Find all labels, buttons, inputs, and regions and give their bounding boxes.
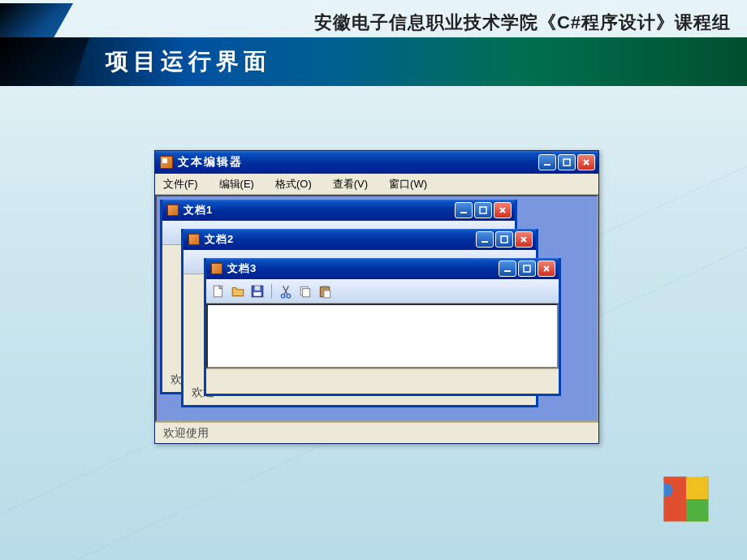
main-window-title: 文本编辑器 [178,155,538,170]
slide-header: 安徽电子信息职业技术学院《C#程序设计》课程组 [0,0,747,39]
status-text: 欢迎使用 [163,426,209,439]
window-controls [538,154,595,170]
close-icon [581,157,591,167]
menu-edit[interactable]: 编辑(E) [216,175,257,193]
svg-rect-0 [544,164,551,166]
doc1-title: 文档1 [184,203,455,218]
corner-accent [0,3,73,42]
svg-rect-1 [563,159,570,166]
main-window: 文本编辑器 文件(F) 编辑(E) 格式(O) 查看(V) 窗口(W) 文档1 [154,150,599,444]
doc3-statusbar [206,368,559,386]
svg-rect-7 [524,265,530,272]
doc1-close-button[interactable] [494,202,512,218]
svg-rect-5 [501,236,507,243]
menu-window[interactable]: 窗口(W) [386,175,430,193]
svg-rect-6 [504,270,511,272]
form-icon [211,263,222,274]
maximize-icon [499,235,509,244]
doc1-minimize-button[interactable] [455,202,473,218]
doc3-minimize-button[interactable] [499,261,516,277]
minimize-icon [503,264,512,274]
maximize-icon [478,205,488,215]
doc3-title: 文档3 [227,261,499,276]
minimize-icon [542,157,552,167]
save-disk-icon[interactable] [250,284,265,299]
svg-point-13 [287,294,291,298]
menubar: 文件(F) 编辑(E) 格式(O) 查看(V) 窗口(W) [155,174,598,195]
minimize-icon [480,235,490,244]
doc1-titlebar[interactable]: 文档1 [162,200,515,221]
svg-rect-3 [480,207,486,213]
close-button[interactable] [577,154,595,170]
svg-rect-11 [254,292,261,296]
open-folder-icon[interactable] [231,284,245,299]
text-editor-area[interactable] [206,304,559,368]
doc3-close-button[interactable] [538,261,555,277]
paste-icon[interactable] [317,284,332,299]
doc2-titlebar[interactable]: 文档2 [184,229,536,250]
svg-rect-10 [255,286,261,291]
svg-rect-2 [460,212,467,213]
child-window-doc3[interactable]: 文档3 [204,258,561,396]
cut-icon[interactable] [279,284,293,299]
puzzle-decoration [641,454,731,544]
doc1-maximize-button[interactable] [474,202,492,218]
svg-rect-15 [303,288,310,296]
minimize-button[interactable] [538,154,556,170]
doc2-minimize-button[interactable] [476,231,494,248]
form-icon [167,205,179,216]
svg-point-12 [281,294,285,298]
close-icon [498,205,507,215]
doc2-close-button[interactable] [515,231,533,248]
course-title: 安徽电子信息职业技术学院《C#程序设计》课程组 [73,11,731,35]
svg-rect-17 [323,286,327,288]
menu-format[interactable]: 格式(O) [272,175,315,193]
menu-view[interactable]: 查看(V) [330,175,371,193]
close-icon [542,264,551,274]
doc3-toolbar [206,279,559,304]
doc2-title: 文档2 [205,232,476,247]
form-icon [188,234,200,245]
menu-file[interactable]: 文件(F) [160,175,201,193]
mdi-client-area: 文档1 欢 文档2 欢迎 [155,195,598,422]
toolbar-separator [271,284,272,299]
app-icon [160,156,173,169]
svg-rect-18 [324,290,330,297]
doc3-maximize-button[interactable] [518,261,536,277]
copy-icon[interactable] [298,284,313,299]
svg-rect-4 [481,241,488,243]
main-statusbar: 欢迎使用 [155,422,598,443]
main-titlebar[interactable]: 文本编辑器 [155,151,598,174]
close-icon [519,235,529,244]
slide-banner: 项目运行界面 [0,37,747,86]
maximize-icon [562,157,572,167]
doc2-maximize-button[interactable] [495,231,513,248]
maximize-button[interactable] [558,154,576,170]
minimize-icon [459,205,468,215]
new-file-icon[interactable] [211,284,226,299]
slide-title: 项目运行界面 [106,46,271,77]
maximize-icon [522,264,532,274]
doc3-titlebar[interactable]: 文档3 [206,258,559,279]
